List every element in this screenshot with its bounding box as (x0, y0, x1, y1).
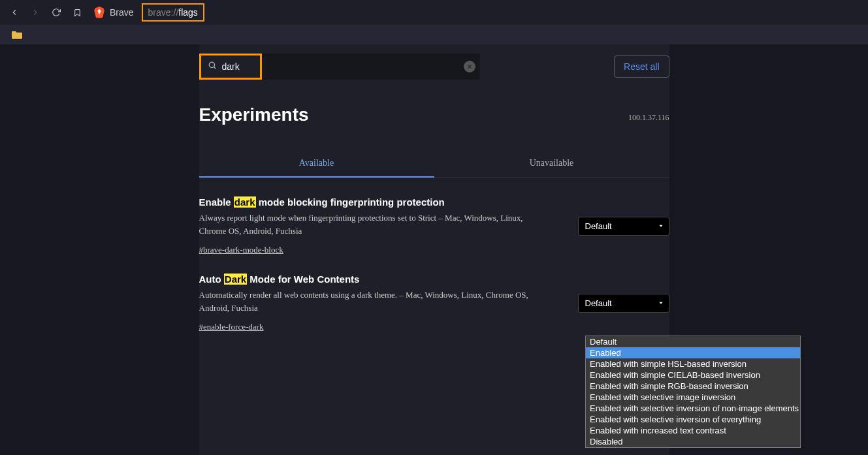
search-input[interactable] (222, 61, 255, 72)
dropdown-option[interactable]: Enabled (586, 347, 800, 358)
dropdown-menu: DefaultEnabledEnabled with simple HSL-ba… (585, 336, 801, 448)
search-highlight: Dark (224, 274, 247, 285)
reload-button[interactable] (47, 3, 65, 22)
bookmark-button[interactable] (68, 3, 86, 22)
browser-toolbar: Brave brave://flags (0, 0, 868, 25)
search-icon (208, 61, 217, 72)
url-path: flags (178, 7, 198, 18)
dropdown-option[interactable]: Enabled with simple RGB-based inversion (586, 381, 800, 392)
dropdown-option[interactable]: Enabled with simple HSL-based inversion (586, 358, 800, 369)
flag-entry: Enable dark mode blocking fingerprinting… (199, 178, 669, 255)
svg-point-0 (209, 62, 214, 67)
flag-title: Enable dark mode blocking fingerprinting… (199, 196, 539, 208)
flag-title: Auto Dark Mode for Web Contents (199, 274, 539, 285)
reset-all-button[interactable]: Reset all (614, 55, 669, 78)
flag-select[interactable]: Default (578, 294, 669, 313)
flag-select[interactable]: Default (578, 217, 669, 236)
tab-unavailable[interactable]: Unavailable (434, 150, 669, 178)
dropdown-option[interactable]: Enabled with simple CIELAB-based inversi… (586, 369, 800, 381)
page-title: Experiments (199, 89, 669, 131)
search-highlight: dark (234, 196, 256, 208)
brave-label: Brave (110, 7, 134, 18)
dropdown-option[interactable]: Enabled with increased text contrast (586, 425, 800, 436)
flag-description: Always report light mode when fingerprin… (199, 212, 539, 237)
version-label: 100.1.37.116 (628, 113, 669, 123)
dropdown-option[interactable]: Enabled with selective image inversion (586, 392, 800, 403)
dropdown-option[interactable]: Default (586, 336, 800, 347)
url-prefix: brave:// (148, 7, 179, 18)
tabs: Available Unavailable (199, 150, 669, 178)
tab-available[interactable]: Available (199, 150, 434, 178)
flag-description: Automatically render all web contents us… (199, 289, 539, 314)
search-row: Reset all (199, 44, 669, 89)
clear-search-icon[interactable] (464, 61, 475, 72)
bookmarks-bar (0, 25, 868, 44)
forward-button[interactable] (26, 3, 44, 22)
flag-anchor-link[interactable]: #brave-dark-mode-block (199, 245, 283, 255)
content-area: Reset all Experiments 100.1.37.116 Avail… (0, 44, 868, 455)
dropdown-option[interactable]: Enabled with selective inversion of non-… (586, 403, 800, 414)
dropdown-option[interactable]: Disabled (586, 436, 800, 447)
dropdown-option[interactable]: Enabled with selective inversion of ever… (586, 414, 800, 425)
url-bar[interactable]: brave://flags (142, 3, 204, 22)
flag-entry: Auto Dark Mode for Web Contents Automati… (199, 255, 669, 332)
folder-icon[interactable] (12, 30, 22, 39)
back-button[interactable] (5, 3, 24, 22)
svg-line-1 (214, 67, 216, 69)
brave-logo-icon (94, 7, 104, 18)
flag-anchor-link[interactable]: #enable-force-dark (199, 322, 264, 332)
search-box[interactable] (199, 54, 262, 80)
